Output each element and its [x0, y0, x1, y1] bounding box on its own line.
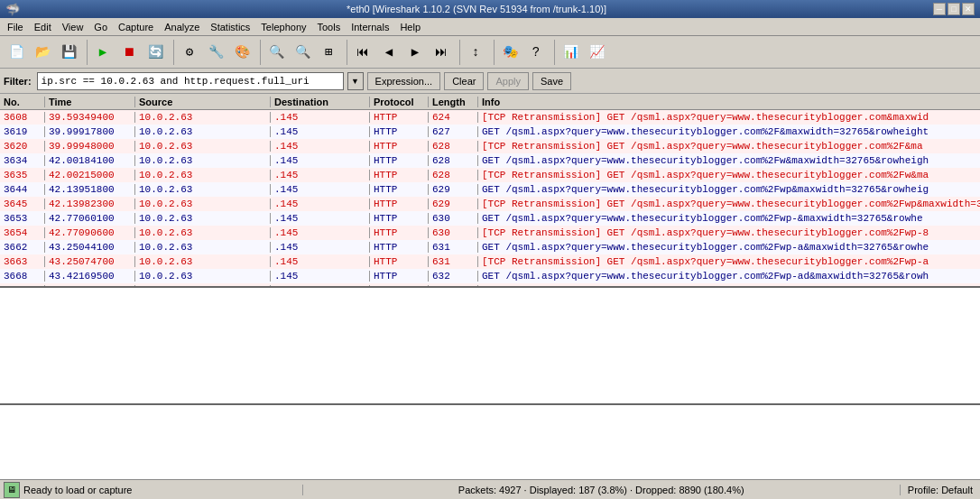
toolbar-zoom-fit-btn[interactable]: ⊞: [316, 40, 341, 65]
status-profile: Profile: Default: [908, 485, 973, 495]
col-header-destination: Destination: [271, 97, 370, 107]
status-right: Profile: Default: [901, 485, 980, 495]
toolbar-open-btn[interactable]: 📂: [30, 40, 55, 65]
toolbar-close-btn[interactable]: 💾: [56, 40, 81, 65]
apply-button[interactable]: Apply: [487, 72, 529, 90]
toolbar-stop-btn[interactable]: ⏹: [116, 40, 142, 65]
menu-item-analyze[interactable]: Analyze: [159, 20, 205, 34]
filter-label: Filter:: [4, 76, 32, 87]
toolbar-new-btn[interactable]: 📄: [4, 40, 29, 65]
toolbar-sep1: [84, 40, 88, 65]
toolbar-view2-btn[interactable]: 📈: [584, 40, 609, 65]
window-title: *eth0 [Wireshark 1.10.2 (SVN Rev 51934 f…: [20, 4, 933, 14]
status-packets: Packets: 4927 · Displayed: 187 (3.8%) · …: [458, 485, 744, 495]
menu-item-go[interactable]: Go: [88, 20, 113, 34]
menu-item-telephony[interactable]: Telephony: [255, 20, 311, 34]
menu-item-help[interactable]: Help: [394, 20, 426, 34]
table-row[interactable]: 366243.2504410010.0.2.63.145HTTP631GET /…: [0, 240, 980, 254]
filter-bar: Filter: ▼ Expression... Clear Apply Save: [0, 69, 980, 94]
table-row[interactable]: 362039.9994800010.0.2.63.145HTTP628[TCP …: [0, 139, 980, 153]
status-left: 🖥 Ready to load or capture: [0, 482, 302, 498]
maximize-button[interactable]: □: [948, 3, 960, 15]
toolbar-options-btn[interactable]: ⚙: [177, 40, 202, 65]
status-center: Packets: 4927 · Displayed: 187 (3.8%) · …: [302, 485, 901, 495]
toolbar-sep7: [551, 40, 555, 65]
menu-item-edit[interactable]: Edit: [29, 20, 57, 34]
table-row[interactable]: 364442.1395180010.0.2.63.145HTTP629GET /…: [0, 182, 980, 197]
col-header-info: Info: [478, 97, 980, 107]
save-button[interactable]: Save: [532, 72, 571, 90]
status-bar: 🖥 Ready to load or capture Packets: 4927…: [0, 479, 980, 499]
status-text: Ready to load or capture: [23, 485, 132, 495]
menu-item-view[interactable]: View: [57, 20, 89, 34]
table-row[interactable]: 363442.0018410010.0.2.63.145HTTP628GET /…: [0, 153, 980, 168]
toolbar-help-btn[interactable]: ?: [523, 40, 549, 65]
menu-item-file[interactable]: File: [2, 20, 29, 34]
toolbar-zoom-in-btn[interactable]: 🔍: [263, 40, 289, 65]
toolbar-first-btn[interactable]: ⏮: [350, 40, 375, 65]
toolbar-last-btn[interactable]: ⏭: [429, 40, 454, 65]
col-header-time: Time: [45, 97, 135, 107]
col-header-length: Length: [429, 97, 478, 107]
toolbar-scroll-btn[interactable]: ↕: [463, 40, 488, 65]
menu-item-capture[interactable]: Capture: [113, 20, 159, 34]
menu-bar: FileEditViewGoCaptureAnalyzeStatisticsTe…: [0, 18, 980, 36]
toolbar-zoom-out-btn[interactable]: 🔍: [290, 40, 315, 65]
table-row[interactable]: 366343.2507470010.0.2.63.145HTTP631[TCP …: [0, 254, 980, 269]
packet-detail: [0, 288, 980, 405]
close-button[interactable]: ✕: [962, 3, 975, 15]
toolbar-sep4: [344, 40, 347, 65]
toolbar-coloring-btn[interactable]: 🎨: [229, 40, 254, 65]
toolbar-sep5: [457, 40, 460, 65]
table-row[interactable]: 364542.1398230010.0.2.63.145HTTP629[TCP …: [0, 197, 980, 211]
toolbar-filters-btn[interactable]: 🔧: [203, 40, 228, 65]
toolbar: 📄 📂 💾 ▶ ⏹ 🔄 ⚙ 🔧 🎨 🔍 🔍 ⊞ ⏮ ◀ ▶ ⏭ ↕ 🎭 ? 📊 …: [0, 36, 980, 69]
filter-input[interactable]: [37, 72, 344, 90]
menu-item-tools[interactable]: Tools: [312, 20, 347, 34]
packet-rows: 360839.5934940010.0.2.63.145HTTP624[TCP …: [0, 110, 980, 288]
status-icon: 🖥: [4, 482, 20, 498]
clear-button[interactable]: Clear: [444, 72, 484, 90]
hex-dump: [0, 405, 980, 479]
toolbar-next-btn[interactable]: ▶: [402, 40, 428, 65]
col-header-no: No.: [0, 97, 45, 107]
table-row[interactable]: 361939.9991780010.0.2.63.145HTTP627GET /…: [0, 125, 980, 139]
toolbar-sep3: [257, 40, 261, 65]
menu-item-statistics[interactable]: Statistics: [205, 20, 255, 34]
col-header-protocol: Protocol: [370, 97, 429, 107]
toolbar-restart-btn[interactable]: 🔄: [143, 40, 168, 65]
table-row[interactable]: 365342.7706010010.0.2.63.145HTTP630GET /…: [0, 211, 980, 226]
expression-button[interactable]: Expression...: [367, 72, 441, 90]
toolbar-start-btn[interactable]: ▶: [90, 40, 116, 65]
toolbar-colorize-btn[interactable]: 🎭: [497, 40, 522, 65]
table-row[interactable]: 365442.7709060010.0.2.63.145HTTP630[TCP …: [0, 226, 980, 240]
table-row[interactable]: 360839.5934940010.0.2.63.145HTTP624[TCP …: [0, 110, 980, 125]
table-row[interactable]: 366843.4216950010.0.2.63.145HTTP632GET /…: [0, 269, 980, 283]
packet-list: No. Time Source Destination Protocol Len…: [0, 94, 980, 288]
toolbar-sep2: [171, 40, 174, 65]
col-header-source: Source: [135, 97, 271, 107]
toolbar-prev-btn[interactable]: ◀: [376, 40, 402, 65]
minimize-button[interactable]: ─: [933, 3, 946, 15]
packet-list-header: No. Time Source Destination Protocol Len…: [0, 94, 980, 110]
window-controls: ─ □ ✕: [933, 3, 975, 15]
toolbar-sep6: [491, 40, 495, 65]
toolbar-view-btn[interactable]: 📊: [558, 40, 583, 65]
table-row[interactable]: 363542.0021500010.0.2.63.145HTTP628[TCP …: [0, 168, 980, 182]
filter-dropdown-btn[interactable]: ▼: [347, 72, 364, 90]
title-bar: 🦈 *eth0 [Wireshark 1.10.2 (SVN Rev 51934…: [0, 0, 980, 18]
menu-item-internals[interactable]: Internals: [346, 20, 394, 34]
